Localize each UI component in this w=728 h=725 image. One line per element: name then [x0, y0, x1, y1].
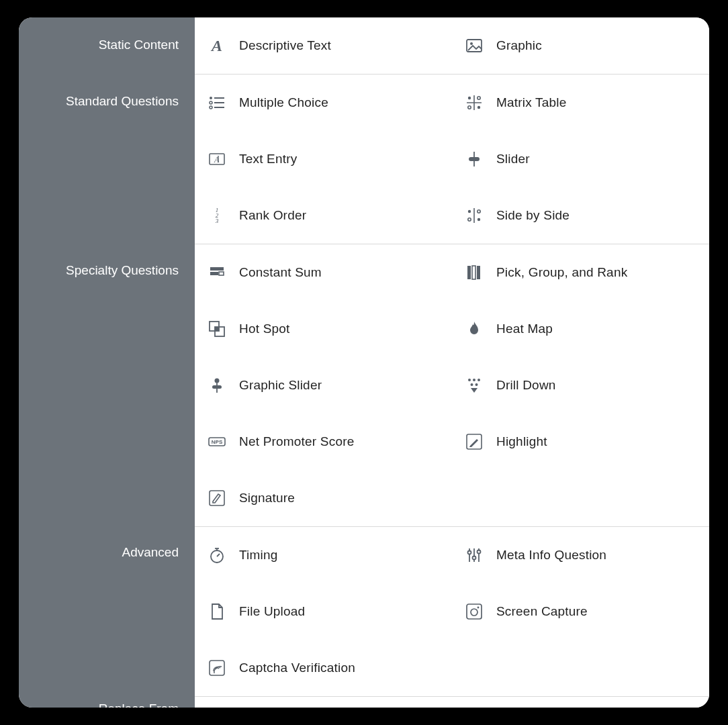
hot-spot-icon: [207, 319, 227, 339]
item-label: Constant Sum: [239, 265, 322, 280]
item-multiple-choice[interactable]: Multiple Choice: [195, 75, 452, 131]
category-label-advanced: Advanced: [19, 545, 195, 560]
item-label: Pick, Group, and Rank: [496, 265, 627, 280]
category-label-standard-questions: Standard Questions: [19, 94, 195, 109]
item-label: Side by Side: [496, 208, 570, 223]
list-bullets-icon: [207, 93, 227, 113]
item-signature[interactable]: Signature: [195, 470, 452, 526]
signature-icon: [207, 488, 227, 508]
item-label: Multiple Choice: [239, 95, 328, 110]
item-nps[interactable]: Net Promoter Score: [195, 414, 452, 470]
item-pick-group-rank[interactable]: Pick, Group, and Rank: [452, 244, 709, 301]
columns-icon: [464, 262, 484, 283]
serif-a-icon: [207, 36, 227, 56]
item-graphic[interactable]: Graphic: [452, 17, 709, 74]
item-rank-order[interactable]: Rank Order: [195, 187, 452, 244]
side-by-side-icon: [464, 205, 484, 226]
item-label: Net Promoter Score: [239, 434, 355, 449]
item-text-entry[interactable]: Text Entry: [195, 131, 452, 187]
stopwatch-icon: [207, 545, 227, 565]
nps-icon: [207, 432, 227, 452]
item-screen-capture[interactable]: Screen Capture: [452, 583, 709, 640]
item-label: Screen Capture: [496, 604, 588, 619]
item-side-by-side[interactable]: Side by Side: [452, 187, 709, 244]
text-entry-icon: [207, 149, 227, 169]
question-type-picker: Static Content Standard Questions Specia…: [19, 17, 709, 708]
item-constant-sum[interactable]: Constant Sum: [195, 244, 452, 301]
graphic-slider-icon: [207, 375, 227, 395]
highlight-icon: [464, 432, 484, 452]
image-icon: [464, 36, 484, 56]
item-hot-spot[interactable]: Hot Spot: [195, 301, 452, 357]
file-icon: [207, 601, 227, 622]
item-meta-info[interactable]: Meta Info Question: [452, 527, 709, 583]
item-matrix-table[interactable]: Matrix Table: [452, 75, 709, 131]
item-label: Drill Down: [496, 378, 556, 393]
item-label: Matrix Table: [496, 95, 566, 110]
category-label-replace-from-library: Replace FromLibrary: [19, 702, 195, 708]
item-label: Captcha Verification: [239, 661, 355, 675]
category-label-static-content: Static Content: [19, 38, 195, 52]
item-drill-down[interactable]: Drill Down: [452, 357, 709, 414]
item-label: File Upload: [239, 604, 305, 619]
item-file-upload[interactable]: File Upload: [195, 583, 452, 640]
constant-sum-icon: [207, 262, 227, 283]
item-label: Rank Order: [239, 208, 306, 223]
item-graphic-slider[interactable]: Graphic Slider: [195, 357, 452, 414]
item-slider[interactable]: Slider: [452, 131, 709, 187]
item-label: Graphic: [496, 38, 542, 53]
item-label: Graphic Slider: [239, 378, 322, 393]
matrix-icon: [464, 93, 484, 113]
flame-icon: [464, 319, 484, 339]
item-descriptive-text[interactable]: Descriptive Text: [195, 17, 452, 74]
question-type-list: Descriptive TextGraphicMultiple ChoiceMa…: [195, 17, 709, 708]
item-label: Meta Info Question: [496, 548, 606, 563]
item-label: Slider: [496, 152, 530, 166]
item-label: Text Entry: [239, 152, 297, 166]
item-timing[interactable]: Timing: [195, 527, 452, 583]
item-label: Hot Spot: [239, 322, 290, 336]
slider-icon: [464, 149, 484, 169]
drill-down-icon: [464, 375, 484, 395]
category-sidebar: Static Content Standard Questions Specia…: [19, 17, 195, 708]
item-label: Highlight: [496, 434, 547, 449]
item-label: Timing: [239, 548, 278, 563]
sliders-icon: [464, 545, 484, 565]
item-captcha[interactable]: Captcha Verification: [195, 640, 452, 696]
item-heat-map[interactable]: Heat Map: [452, 301, 709, 357]
item-label: Signature: [239, 491, 295, 505]
rank-order-icon: [207, 205, 227, 226]
item-label: Heat Map: [496, 322, 553, 336]
item-label: Descriptive Text: [239, 38, 331, 53]
category-label-specialty-questions: Specialty Questions: [19, 263, 195, 278]
camera-icon: [464, 601, 484, 622]
fingerprint-icon: [207, 658, 227, 678]
item-highlight[interactable]: Highlight: [452, 414, 709, 470]
item-question-library[interactable]: Question Library: [195, 697, 452, 708]
